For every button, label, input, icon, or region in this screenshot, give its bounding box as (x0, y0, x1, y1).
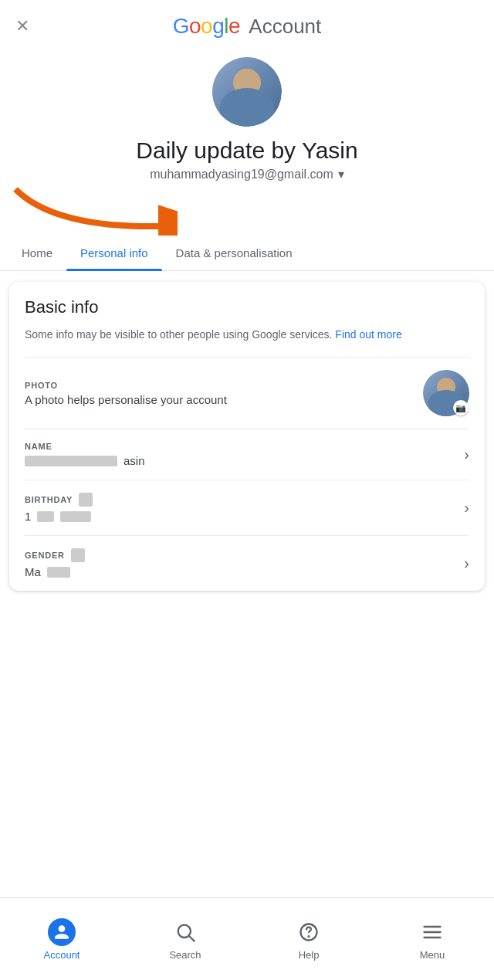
photo-desc: A photo helps personalise your account (25, 393, 227, 406)
chevron-down-icon: ▾ (338, 167, 344, 181)
nav-tabs: Home Personal info Data & personalisatio… (0, 236, 494, 271)
menu-nav-icon (418, 918, 446, 946)
photo-label: PHOTO (25, 381, 227, 390)
name-redacted (25, 456, 117, 466)
chevron-right-icon: › (464, 554, 469, 572)
profile-email-row[interactable]: muhammadyasing19@gmail.com ▾ (150, 167, 344, 181)
card-subtitle: Some info may be visible to other people… (25, 327, 469, 343)
birthday-num: 1 (25, 510, 31, 523)
profile-name: Daily update by Yasin (136, 137, 357, 164)
gender-redacted-icon (71, 548, 85, 562)
photo-thumbnail-wrapper[interactable]: 📷 (423, 370, 469, 416)
gender-row[interactable]: GENDER Ma › (25, 535, 469, 591)
bottom-nav-menu[interactable]: Menu (370, 910, 494, 968)
gender-label: GENDER (25, 551, 65, 560)
avatar[interactable] (212, 57, 282, 127)
birthday-field: BIRTHDAY 1 (25, 493, 464, 523)
google-logo: Google Account (173, 14, 322, 39)
name-label: NAME (25, 442, 464, 451)
name-value-row: asin (25, 454, 464, 467)
tab-data-personalisation[interactable]: Data & personalisation (162, 236, 306, 270)
birthday-redacted2 (60, 511, 91, 522)
header: ✕ Google Account (0, 0, 494, 49)
gender-value: Ma (25, 565, 41, 578)
birthday-redacted-icon (79, 493, 93, 507)
card-title: Basic info (25, 297, 469, 317)
bottom-nav-help[interactable]: Help (247, 910, 370, 968)
birthday-value-row: 1 (25, 510, 464, 523)
basic-info-card: Basic info Some info may be visible to o… (9, 282, 485, 591)
tab-home[interactable]: Home (8, 236, 66, 270)
account-title: Account (249, 15, 321, 38)
name-field: NAME asin (25, 442, 464, 467)
photo-row[interactable]: PHOTO A photo helps personalise your acc… (25, 357, 469, 429)
camera-icon: 📷 (453, 400, 469, 415)
account-nav-icon (48, 918, 76, 946)
search-nav-icon (171, 918, 199, 946)
close-button[interactable]: ✕ (15, 16, 29, 36)
profile-email: muhammadyasing19@gmail.com (150, 168, 333, 181)
orange-arrow-icon (8, 181, 178, 236)
account-circle-icon (48, 918, 76, 946)
name-visible: asin (124, 454, 145, 467)
search-nav-label: Search (169, 949, 201, 961)
tab-personal-info[interactable]: Personal info (66, 236, 162, 270)
chevron-right-icon: › (464, 446, 469, 463)
svg-line-2 (189, 936, 194, 941)
annotation-arrow (0, 181, 494, 236)
photo-label-group: PHOTO A photo helps personalise your acc… (25, 381, 227, 406)
birthday-row[interactable]: BIRTHDAY 1 › (25, 480, 469, 535)
gender-value-row: Ma (25, 565, 464, 578)
profile-section: Daily update by Yasin muhammadyasing19@g… (0, 49, 494, 181)
account-nav-label: Account (44, 949, 80, 961)
name-row[interactable]: NAME asin › (25, 429, 469, 480)
bottom-nav-account[interactable]: Account (0, 910, 124, 968)
birthday-redacted1 (37, 511, 54, 522)
help-nav-label: Help (299, 949, 320, 961)
help-nav-icon (295, 918, 323, 946)
menu-nav-label: Menu (420, 949, 445, 961)
find-out-more-link[interactable]: Find out more (335, 328, 401, 341)
chevron-right-icon: › (464, 499, 469, 517)
gender-field: GENDER Ma (25, 548, 464, 578)
gender-redacted (47, 567, 70, 578)
svg-point-4 (308, 936, 309, 937)
bottom-nav-search[interactable]: Search (124, 910, 247, 968)
bottom-navigation: Account Search Help (0, 897, 494, 980)
birthday-label: BIRTHDAY (25, 495, 73, 504)
